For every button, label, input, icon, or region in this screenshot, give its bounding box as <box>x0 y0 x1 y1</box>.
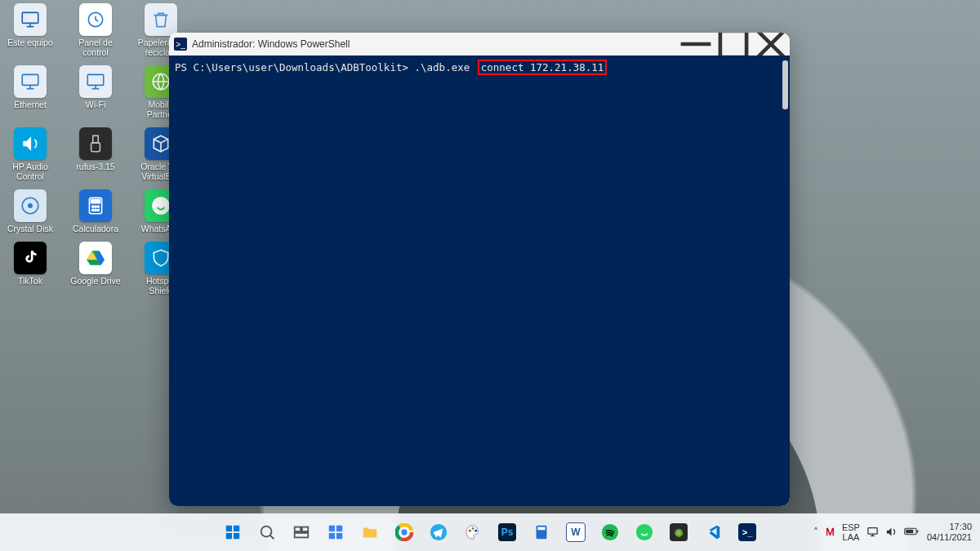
desktop-icon-label: TikTok <box>18 276 42 286</box>
svg-rect-34 <box>295 527 301 532</box>
svg-point-14 <box>29 204 32 207</box>
ethernet-icon <box>14 65 47 98</box>
svg-rect-58 <box>917 531 919 533</box>
taskbar-explorer-button[interactable] <box>355 518 385 547</box>
close-button[interactable] <box>752 33 790 56</box>
svg-rect-0 <box>22 12 38 23</box>
svg-point-20 <box>92 209 94 211</box>
taskbar-right: ˄ Ｍ ESP LAA 17:30 04/11/2021 <box>813 522 972 543</box>
wifi-icon <box>79 65 112 98</box>
svg-rect-36 <box>295 533 309 538</box>
system-tray: ˄ Ｍ ESP LAA <box>813 522 919 542</box>
minimize-button[interactable] <box>677 33 715 56</box>
google-drive-icon <box>79 242 112 274</box>
svg-rect-12 <box>91 143 100 152</box>
network-icon[interactable] <box>866 526 879 540</box>
svg-rect-11 <box>93 136 99 143</box>
desktop-icon-label: Google Drive <box>70 276 120 286</box>
taskbar-telegram-button[interactable] <box>424 518 453 547</box>
tiktok-icon <box>14 242 47 274</box>
highlighted-command: connect 172.21.38.11 <box>478 60 608 75</box>
language-indicator[interactable]: ESP LAA <box>842 522 860 542</box>
calculadora-icon <box>79 189 112 222</box>
volume-icon[interactable] <box>885 526 898 540</box>
svg-rect-54 <box>868 527 877 534</box>
svg-point-47 <box>469 530 471 532</box>
recycle-bin-icon <box>145 3 177 36</box>
taskbar-word-button[interactable]: W <box>561 518 590 547</box>
desktop-icon-label: Este equipo <box>7 38 52 47</box>
taskbar-photoshop-button[interactable]: Ps <box>492 518 522 547</box>
desktop-icon-crystal-disk[interactable]: Crystal Disk <box>7 189 54 233</box>
desktop-icon-calculadora[interactable]: Calculadora <box>72 189 119 233</box>
desktop-icon-label: Wi-Fi <box>86 100 106 109</box>
svg-rect-35 <box>302 527 308 532</box>
svg-line-33 <box>270 535 274 540</box>
mcafee-tray-icon[interactable]: Ｍ <box>825 525 835 540</box>
desktop-icon-label: Crystal Disk <box>7 224 53 233</box>
taskbar-widgets-button[interactable] <box>321 518 350 547</box>
svg-rect-38 <box>336 526 342 531</box>
battery-icon[interactable] <box>904 527 919 538</box>
panel-control-icon <box>79 3 112 36</box>
terminal-body[interactable]: PS C:\Users\user\Downloads\ADBToolkit> .… <box>169 56 790 506</box>
svg-point-53 <box>636 524 653 540</box>
svg-point-22 <box>97 209 99 211</box>
desktop-icons-area: Este equipoPanel de controlPapelera de r… <box>7 3 185 295</box>
taskbar-vscode-button[interactable] <box>698 518 728 547</box>
svg-rect-16 <box>91 199 100 202</box>
svg-rect-51 <box>537 527 545 531</box>
svg-rect-4 <box>22 74 38 85</box>
desktop-icon-ethernet[interactable]: Ethernet <box>7 65 54 119</box>
desktop-icon-este-equipo[interactable]: Este equipo <box>7 3 54 57</box>
desktop-icon-tiktok[interactable]: TikTok <box>7 242 54 295</box>
svg-point-48 <box>472 527 474 530</box>
desktop-icon-label: Calculadora <box>73 224 118 233</box>
desktop-icon-label: Panel de control <box>72 38 119 57</box>
desktop-icon-wifi[interactable]: Wi-Fi <box>72 65 119 119</box>
rufus-icon <box>79 127 112 160</box>
desktop-icon-panel-control[interactable]: Panel de control <box>72 3 119 57</box>
powershell-window: >_ Administrador: Windows PowerShell PS … <box>169 33 790 506</box>
taskbar-paint-button[interactable] <box>458 518 488 547</box>
svg-rect-39 <box>329 533 335 539</box>
svg-rect-31 <box>234 533 239 539</box>
svg-rect-59 <box>906 530 913 534</box>
desktop-icon-hp-audio[interactable]: HP Audio Control <box>7 127 54 181</box>
terminal-prompt: PS C:\Users\user\Downloads\ADBToolkit> .… <box>175 61 470 73</box>
taskbar-powershell-button[interactable]: >_ <box>733 518 762 547</box>
svg-point-19 <box>97 206 99 207</box>
svg-rect-7 <box>87 74 104 85</box>
maximize-button[interactable] <box>715 33 752 56</box>
desktop-icon-label: Ethernet <box>14 100 47 109</box>
svg-rect-37 <box>329 526 335 531</box>
taskbar-start-button[interactable] <box>218 518 247 547</box>
tray-chevron-icon[interactable]: ˄ <box>813 527 818 538</box>
svg-rect-25 <box>720 33 746 57</box>
window-titlebar[interactable]: >_ Administrador: Windows PowerShell <box>169 33 790 56</box>
desktop-icon-rufus[interactable]: rufus-3.15 <box>72 127 119 181</box>
taskbar: PsW◉>_ ˄ Ｍ ESP LAA 17:30 04/11/2021 <box>0 513 980 551</box>
este-equipo-icon <box>14 3 47 36</box>
svg-rect-28 <box>226 526 232 531</box>
taskbar-calculator-button[interactable] <box>527 518 556 547</box>
taskbar-search-button[interactable] <box>252 518 282 547</box>
taskbar-center: PsW◉>_ <box>218 518 762 547</box>
scrollbar-thumb[interactable] <box>782 60 788 109</box>
taskbar-taskview-button[interactable] <box>287 518 316 547</box>
svg-point-21 <box>95 209 96 211</box>
taskbar-spotify-button[interactable] <box>595 518 625 547</box>
taskbar-davinci-button[interactable]: ◉ <box>664 518 693 547</box>
svg-point-17 <box>92 206 94 207</box>
taskbar-whatsapp-button[interactable] <box>630 518 659 547</box>
powershell-icon: >_ <box>174 38 187 51</box>
taskbar-chrome-button[interactable] <box>390 518 419 547</box>
svg-point-45 <box>401 529 407 535</box>
crystal-disk-icon <box>14 189 47 222</box>
desktop-icon-label: HP Audio Control <box>7 162 54 181</box>
svg-rect-40 <box>336 533 342 539</box>
window-title: Administrador: Windows PowerShell <box>192 38 350 50</box>
svg-point-18 <box>95 206 96 207</box>
taskbar-clock[interactable]: 17:30 04/11/2021 <box>927 522 972 543</box>
desktop-icon-google-drive[interactable]: Google Drive <box>72 242 119 295</box>
